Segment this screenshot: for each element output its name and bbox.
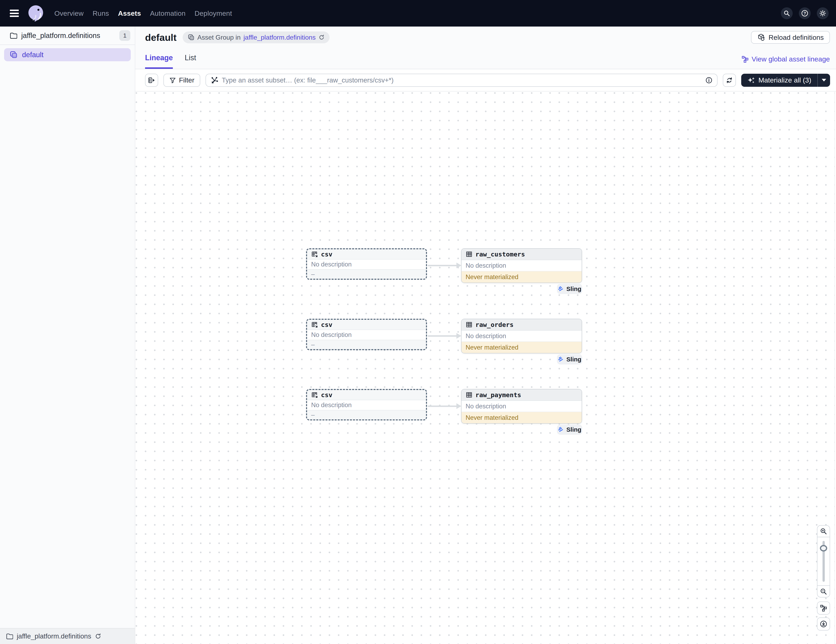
sling-icon: [558, 427, 564, 433]
scroll-gutter[interactable]: [834, 91, 836, 644]
external-table-icon: [311, 251, 318, 258]
asset-node-csv-3[interactable]: csv No description –: [306, 389, 427, 421]
zoom-out-button[interactable]: [817, 585, 829, 597]
external-table-icon: [311, 321, 318, 328]
asset-name: raw_customers: [475, 251, 525, 258]
refresh-graph-button[interactable]: [723, 74, 736, 87]
search-icon: [783, 10, 790, 17]
nav-item-overview[interactable]: Overview: [54, 10, 83, 17]
reload-definitions-button[interactable]: Reload definitions: [751, 31, 830, 44]
folder-icon: [6, 633, 13, 640]
materialize-all-main[interactable]: Materialize all (3): [741, 74, 817, 87]
sidebar-folder-label: jaffle_platform.definitions: [21, 31, 100, 40]
materialize-all-button[interactable]: Materialize all (3): [741, 74, 830, 87]
sling-icon: [558, 286, 564, 292]
lineage-graph-canvas[interactable]: csv No description – raw_customers No de…: [135, 91, 836, 644]
kind-badge-sling[interactable]: Sling: [557, 284, 582, 294]
zoom-in-button[interactable]: [817, 526, 829, 537]
asset-description: No description: [462, 260, 582, 271]
info-icon[interactable]: [705, 77, 713, 84]
tabs-row: Lineage List View global asset lineage: [145, 54, 830, 69]
svg-text:?: ?: [803, 11, 806, 16]
asset-name: csv: [321, 251, 332, 258]
asset-description: No description: [462, 401, 582, 412]
asset-node-raw-orders[interactable]: raw_orders No description Never material…: [461, 319, 582, 354]
asset-meta: –: [307, 340, 426, 349]
folder-icon: [10, 32, 17, 39]
dagster-logo[interactable]: [27, 5, 44, 22]
external-table-icon: [311, 391, 318, 398]
hamburger-menu-icon[interactable]: [10, 10, 19, 17]
code-location-label: jaffle_platform.definitions: [17, 633, 91, 640]
sync-icon: [726, 77, 733, 84]
asset-node-raw-payments[interactable]: raw_payments No description Never materi…: [461, 389, 582, 424]
code-location-link[interactable]: jaffle_platform.definitions: [243, 34, 316, 41]
asset-node-csv-1[interactable]: csv No description –: [306, 248, 427, 280]
materialization-status: Never materialized: [462, 342, 582, 353]
asset-node-raw-customers[interactable]: raw_customers No description Never mater…: [461, 248, 582, 283]
help-button[interactable]: ?: [799, 7, 811, 19]
asset-group-icon: [188, 34, 194, 41]
asset-name: raw_payments: [475, 391, 521, 399]
reload-definitions-label: Reload definitions: [769, 34, 824, 41]
search-button[interactable]: [781, 7, 793, 19]
asset-count-badge: 1: [119, 30, 131, 41]
zoom-slider-knob[interactable]: [820, 545, 827, 551]
table-icon: [465, 251, 473, 258]
tab-list[interactable]: List: [185, 54, 196, 69]
lineage-toolbar: Filter: [135, 69, 836, 91]
lineage-graph-icon: [741, 55, 749, 63]
top-navbar: Overview Runs Assets Automation Deployme…: [0, 0, 836, 26]
asset-group-badge: Asset Group in jaffle_platform.definitio…: [183, 31, 330, 43]
asset-meta: –: [307, 270, 426, 279]
asset-group-badge-text: Asset Group in: [198, 34, 241, 41]
download-image-button[interactable]: [817, 618, 830, 631]
sparkle-icon: [747, 77, 755, 84]
asset-selection-box[interactable]: [206, 74, 718, 87]
asset-meta: –: [307, 411, 426, 419]
zoom-slider[interactable]: [817, 537, 829, 585]
nav-item-assets[interactable]: Assets: [118, 10, 141, 17]
settings-button[interactable]: [817, 7, 829, 19]
materialize-options-button[interactable]: [817, 74, 830, 87]
asset-description: No description: [307, 330, 426, 340]
asset-subset-input[interactable]: [222, 77, 702, 84]
asset-description: No description: [462, 331, 582, 342]
kind-badge-label: Sling: [566, 356, 581, 363]
chevron-down-icon: [822, 79, 826, 82]
zoom-in-icon: [820, 528, 827, 535]
table-icon: [465, 391, 473, 398]
sidebar-item-default[interactable]: default: [4, 48, 131, 61]
filter-button[interactable]: Filter: [163, 74, 200, 87]
asset-selection-icon: [211, 76, 219, 84]
asset-node-csv-2[interactable]: csv No description –: [306, 319, 427, 350]
nav-item-automation[interactable]: Automation: [150, 10, 186, 17]
tab-lineage[interactable]: Lineage: [145, 54, 173, 69]
kind-badge-sling[interactable]: Sling: [557, 354, 582, 364]
kind-badge-sling[interactable]: Sling: [557, 424, 582, 435]
nav-item-deployment[interactable]: Deployment: [194, 10, 232, 17]
gear-icon: [819, 10, 826, 17]
zoom-controls: [817, 525, 830, 597]
navbar-actions: ?: [781, 7, 829, 19]
filter-label: Filter: [179, 76, 194, 84]
code-location-footer[interactable]: jaffle_platform.definitions: [0, 628, 135, 644]
nav-item-runs[interactable]: Runs: [93, 10, 109, 17]
cube-reload-icon: [757, 33, 765, 41]
view-global-asset-lineage-link[interactable]: View global asset lineage: [741, 55, 830, 69]
sync-icon[interactable]: [318, 34, 325, 41]
materialization-status: Never materialized: [462, 271, 582, 283]
reload-location-icon[interactable]: [95, 633, 101, 639]
rearrange-graph-button[interactable]: [817, 602, 830, 615]
asset-name: raw_orders: [475, 321, 514, 328]
asset-groups-sidebar: jaffle_platform.definitions 1 default ja…: [0, 26, 135, 644]
lineage-edge: [428, 335, 457, 337]
title-row: default Asset Group in jaffle_platform.d…: [145, 31, 830, 44]
primary-nav: Overview Runs Assets Automation Deployme…: [54, 10, 232, 17]
table-icon: [465, 321, 473, 328]
sidebar-folder-row[interactable]: jaffle_platform.definitions 1: [0, 26, 135, 45]
lineage-edge: [428, 265, 457, 266]
toggle-sidebar-button[interactable]: [145, 74, 158, 87]
sidebar-item-label: default: [22, 51, 44, 59]
materialize-all-label: Materialize all (3): [758, 76, 811, 84]
